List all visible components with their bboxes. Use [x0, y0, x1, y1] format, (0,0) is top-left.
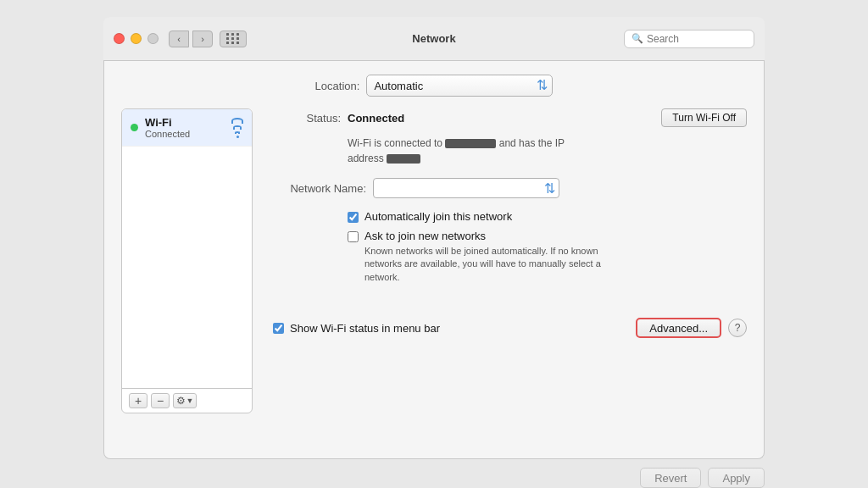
- wifi-connected-dot: [131, 124, 138, 131]
- wifi-name: Wi-Fi: [145, 116, 231, 129]
- bottom-bar: Show Wi-Fi status in menu bar Advanced..…: [273, 318, 747, 338]
- window-title: Network: [412, 32, 455, 45]
- redacted-ip: [387, 154, 420, 164]
- gear-icon: ⚙: [176, 395, 186, 407]
- auto-join-label[interactable]: Automatically join this network: [364, 210, 512, 223]
- network-name-select[interactable]: [373, 178, 559, 198]
- sidebar: Wi-Fi Connected + − ⚙ ▼: [121, 108, 253, 413]
- back-button[interactable]: ‹: [169, 30, 189, 47]
- add-network-button[interactable]: +: [129, 393, 147, 408]
- forward-button[interactable]: ›: [192, 30, 213, 47]
- minimize-button[interactable]: [131, 33, 142, 44]
- action-bar: Revert Apply: [103, 459, 765, 488]
- window-content: Location: Automatic Edit Locations... ⇅ …: [103, 61, 765, 459]
- dropdown-arrow-icon: ▼: [186, 396, 194, 405]
- status-description: Wi-Fi is connected to and has the IP add…: [348, 136, 747, 166]
- gear-button[interactable]: ⚙ ▼: [173, 393, 197, 408]
- nav-buttons: ‹ ›: [169, 30, 213, 47]
- status-field-value: Connected: [348, 112, 404, 125]
- location-label: Location:: [315, 80, 360, 92]
- search-icon: 🔍: [632, 33, 643, 44]
- location-select-wrapper: Automatic Edit Locations... ⇅: [366, 75, 553, 97]
- network-name-label: Network Name:: [273, 182, 366, 195]
- ask-join-checkbox[interactable]: [348, 231, 359, 242]
- apply-button[interactable]: Apply: [708, 468, 765, 488]
- close-button[interactable]: [114, 33, 125, 44]
- location-select[interactable]: Automatic Edit Locations...: [366, 75, 553, 97]
- ask-join-description: Known networks will be joined automatica…: [364, 245, 602, 284]
- sidebar-item-wifi[interactable]: Wi-Fi Connected: [122, 109, 252, 147]
- turn-wifi-off-button[interactable]: Turn Wi-Fi Off: [661, 108, 747, 127]
- wifi-icon: [231, 118, 243, 138]
- network-name-select-wrapper: ⇅: [373, 178, 559, 198]
- search-input[interactable]: [647, 33, 747, 45]
- show-wifi-checkbox[interactable]: [273, 323, 284, 334]
- grid-button[interactable]: [220, 30, 247, 47]
- search-box[interactable]: 🔍: [624, 30, 754, 48]
- status-desc-line1: Wi-Fi is connected to: [348, 137, 442, 149]
- auto-join-checkbox[interactable]: [348, 212, 359, 223]
- traffic-lights: [114, 33, 159, 44]
- right-panel: Status: Connected Turn Wi-Fi Off Wi-Fi i…: [253, 108, 747, 413]
- remove-network-button[interactable]: −: [151, 393, 170, 408]
- advanced-button[interactable]: Advanced...: [636, 318, 721, 338]
- location-row: Location: Automatic Edit Locations... ⇅: [121, 75, 747, 97]
- help-button[interactable]: ?: [728, 319, 747, 337]
- network-name-row: Network Name: ⇅: [273, 178, 747, 198]
- show-wifi-row: Show Wi-Fi status in menu bar: [273, 322, 440, 335]
- status-row: Status: Connected Turn Wi-Fi Off: [273, 108, 747, 127]
- wifi-status: Connected: [145, 129, 231, 139]
- show-wifi-label[interactable]: Show Wi-Fi status in menu bar: [290, 322, 440, 335]
- status-field-label: Status:: [273, 112, 341, 125]
- sidebar-empty-area: [122, 147, 252, 388]
- sidebar-footer: + − ⚙ ▼: [122, 388, 252, 413]
- redacted-ssid: [445, 139, 496, 148]
- auto-join-row: Automatically join this network: [348, 210, 747, 223]
- titlebar: ‹ › Network 🔍: [103, 17, 765, 61]
- revert-button[interactable]: Revert: [640, 468, 701, 488]
- ask-join-row: Ask to join new networks Known networks …: [348, 230, 747, 284]
- status-desc-line2: and has the IP: [499, 137, 565, 149]
- maximize-button[interactable]: [147, 33, 159, 44]
- status-desc-line3: address: [348, 152, 384, 164]
- ask-join-label[interactable]: Ask to join new networks: [364, 230, 486, 242]
- main-panel: Wi-Fi Connected + − ⚙ ▼: [121, 108, 747, 413]
